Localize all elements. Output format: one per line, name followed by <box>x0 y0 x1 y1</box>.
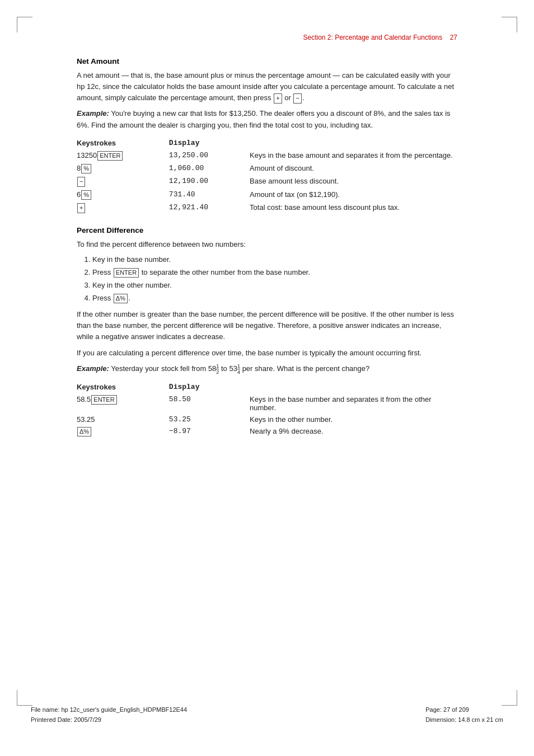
net-amount-table: Keystrokes Display 13250ENTER 13,250.00 … <box>77 137 457 215</box>
delta-percent-key-2: Δ% <box>77 427 91 436</box>
footer-printed-date: Printered Date: 2005/7/29 <box>31 715 187 725</box>
keystroke-cell: − <box>77 175 169 188</box>
keystroke-cell: 8% <box>77 162 169 175</box>
table-row: 8% 1,060.00 Amount of discount. <box>77 162 457 175</box>
keystroke-cell: Δ% <box>77 425 169 438</box>
page: Section 2: Percentage and Calendar Funct… <box>0 0 534 756</box>
header-page-num: 27 <box>450 34 457 41</box>
display-cell: 12,190.00 <box>169 175 250 188</box>
header-section-label: Section 2: Percentage and Calendar Funct… <box>303 34 442 41</box>
net-amount-heading: Net Amount <box>77 57 457 65</box>
keystroke-cell: 53.25 <box>77 414 169 425</box>
col-header-keystrokes: Keystrokes <box>77 137 169 149</box>
net-amount-section: Net Amount A net amount — that is, the b… <box>77 57 457 215</box>
desc-cell: Total cost: base amount less discount pl… <box>250 201 457 214</box>
plus-key: + <box>274 93 282 103</box>
step-1: Key in the base number. <box>92 253 457 266</box>
fraction-2: 14 <box>237 363 240 375</box>
fraction-1: 12 <box>216 363 219 375</box>
enter-key: ENTER <box>97 151 123 161</box>
display-cell: 731.40 <box>169 189 250 201</box>
display-cell: 12,921.40 <box>169 201 250 214</box>
minus-key: − <box>293 93 301 103</box>
percent-diff-intro: To find the percent difference between t… <box>77 239 457 250</box>
enter-key-step: ENTER <box>114 268 139 278</box>
table-row: Δ% −8.97 Nearly a 9% decrease. <box>77 425 457 438</box>
table-row: + 12,921.40 Total cost: base amount less… <box>77 201 457 214</box>
step-2: Press ENTER to separate the other number… <box>92 266 457 279</box>
table-row: 53.25 53.25 Keys in the other number. <box>77 414 457 425</box>
display-cell: 13,250.00 <box>169 149 250 162</box>
percent-diff-heading: Percent Difference <box>77 226 457 234</box>
percent-diff-section: Percent Difference To find the percent d… <box>77 226 457 439</box>
net-amount-example-label: Example: <box>77 109 109 118</box>
keystroke-cell: 13250ENTER <box>77 149 169 162</box>
percent-diff-para1: If the other number is greater than the … <box>77 309 457 342</box>
main-content: Section 2: Percentage and Calendar Funct… <box>77 0 457 438</box>
step-3: Key in the other number. <box>92 279 457 292</box>
col-header-desc-2 <box>250 381 457 393</box>
desc-cell: Nearly a 9% decrease. <box>250 425 457 438</box>
corner-mark-tl <box>17 17 32 32</box>
footer-filename: File name: hp 12c_user's guide_English_H… <box>31 705 187 715</box>
col-header-keystrokes-2: Keystrokes <box>77 381 169 393</box>
desc-cell: Keys in the other number. <box>250 414 457 425</box>
desc-cell: Amount of tax (on $12,190). <box>250 189 457 201</box>
table-row: − 12,190.00 Base amount less discount. <box>77 175 457 188</box>
desc-cell: Amount of discount. <box>250 162 457 175</box>
desc-cell: Keys in the base number and separates it… <box>250 393 457 414</box>
footer-page-info: Page: 27 of 209 <box>425 705 503 715</box>
table-row: 6% 731.40 Amount of tax (on $12,190). <box>77 189 457 201</box>
net-amount-intro: A net amount — that is, the base amount … <box>77 70 457 104</box>
keystroke-cell: + <box>77 201 169 214</box>
percent-diff-example-label: Example: <box>77 364 109 373</box>
footer-left: File name: hp 12c_user's guide_English_H… <box>31 705 187 725</box>
col-header-display-2: Display <box>169 381 250 393</box>
desc-cell: Base amount less discount. <box>250 175 457 188</box>
plus-key-2: + <box>77 203 85 213</box>
step-4: Press Δ%. <box>92 292 457 304</box>
keystroke-cell: 6% <box>77 189 169 201</box>
display-cell: 53.25 <box>169 414 250 425</box>
footer-right: Page: 27 of 209 Dimension: 14.8 cm x 21 … <box>425 705 503 725</box>
page-footer: File name: hp 12c_user's guide_English_H… <box>31 705 503 725</box>
table-row: 13250ENTER 13,250.00 Keys in the base am… <box>77 149 457 162</box>
delta-percent-key: Δ% <box>114 294 128 303</box>
table-row: 58.5ENTER 58.50 Keys in the base number … <box>77 393 457 414</box>
percent-diff-steps: Key in the base number. Press ENTER to s… <box>92 253 457 304</box>
percent-diff-example-text: Example: Yesterday your stock fell from … <box>77 363 457 375</box>
display-cell: −8.97 <box>169 425 250 438</box>
footer-dimension: Dimension: 14.8 cm x 21 cm <box>425 715 503 725</box>
percent-key: % <box>81 164 91 173</box>
display-cell: 1,060.00 <box>169 162 250 175</box>
corner-mark-br <box>502 690 517 706</box>
desc-cell: Keys in the base amount and separates it… <box>250 149 457 162</box>
percent-key-2: % <box>81 190 91 200</box>
percent-diff-para2: If you are calculating a percent differe… <box>77 348 457 359</box>
keystroke-cell: 58.5ENTER <box>77 393 169 414</box>
enter-key-3: ENTER <box>91 395 116 405</box>
col-header-display: Display <box>169 137 250 149</box>
corner-mark-tr <box>502 17 517 32</box>
page-header: Section 2: Percentage and Calendar Funct… <box>77 34 457 41</box>
col-header-desc <box>250 137 457 149</box>
display-cell: 58.50 <box>169 393 250 414</box>
percent-diff-table: Keystrokes Display 58.5ENTER 58.50 Keys … <box>77 381 457 438</box>
corner-mark-bl <box>17 690 32 706</box>
net-amount-example-intro: Example: You're buying a new car that li… <box>77 108 457 130</box>
minus-key: − <box>77 177 85 186</box>
